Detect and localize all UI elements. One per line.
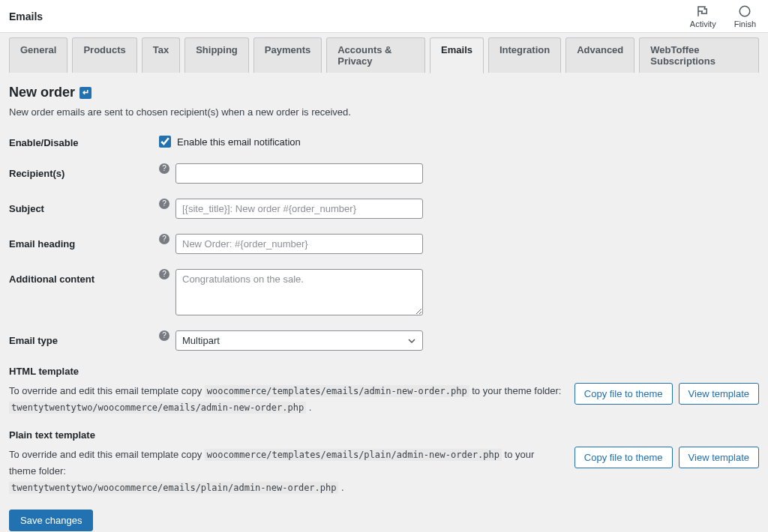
tab-integration[interactable]: Integration bbox=[488, 37, 561, 73]
text-part: . bbox=[306, 402, 311, 413]
label-email-type: Email type bbox=[9, 330, 159, 346]
row-enable: Enable/Disable Enable this email notific… bbox=[9, 136, 759, 148]
src-path-code: woocommerce/templates/emails/admin-new-o… bbox=[205, 385, 470, 397]
email-type-select[interactable]: Multipart bbox=[176, 330, 423, 351]
view-template-button[interactable]: View template bbox=[679, 383, 759, 405]
row-email-type: Email type ? Multipart bbox=[9, 330, 759, 351]
copy-file-button[interactable]: Copy file to theme bbox=[574, 383, 673, 405]
finish-label: Finish bbox=[734, 19, 756, 28]
label-additional-content: Additional content bbox=[9, 269, 159, 285]
label-recipients: Recipient(s) bbox=[9, 163, 159, 179]
svg-point-0 bbox=[740, 6, 751, 16]
text-part: To override and edit this email template… bbox=[9, 449, 205, 460]
src-path-code: woocommerce/templates/emails/plain/admin… bbox=[205, 449, 502, 461]
html-template-title: HTML template bbox=[9, 366, 759, 377]
tab-emails[interactable]: Emails bbox=[430, 37, 484, 73]
row-subject: Subject ? bbox=[9, 199, 759, 219]
tab-accounts-privacy[interactable]: Accounts & Privacy bbox=[326, 37, 425, 73]
html-template-row: To override and edit this email template… bbox=[9, 383, 759, 416]
tab-webtoffee[interactable]: WebToffee Subscriptions bbox=[639, 37, 759, 73]
enable-checkbox-label: Enable this email notification bbox=[177, 136, 301, 148]
settings-tabs: General Products Tax Shipping Payments A… bbox=[0, 33, 768, 73]
tab-general[interactable]: General bbox=[9, 37, 68, 73]
content: New order ↵ New order emails are sent to… bbox=[0, 73, 768, 532]
tab-payments[interactable]: Payments bbox=[254, 37, 322, 73]
html-template-actions: Copy file to theme View template bbox=[574, 383, 759, 405]
help-icon[interactable]: ? bbox=[159, 330, 170, 341]
text-part: To override and edit this email template… bbox=[9, 385, 205, 396]
copy-file-button[interactable]: Copy file to theme bbox=[574, 447, 673, 468]
label-subject: Subject bbox=[9, 199, 159, 214]
tab-advanced[interactable]: Advanced bbox=[566, 37, 634, 73]
section-description: New order emails are sent to chosen reci… bbox=[9, 106, 759, 118]
tab-shipping[interactable]: Shipping bbox=[184, 37, 249, 73]
additional-content-input[interactable] bbox=[176, 269, 423, 315]
label-email-heading: Email heading bbox=[9, 234, 159, 250]
text-part: . bbox=[338, 482, 344, 493]
activity-button[interactable]: Activity bbox=[690, 4, 716, 28]
tab-tax[interactable]: Tax bbox=[142, 37, 180, 73]
activity-label: Activity bbox=[690, 19, 716, 28]
help-icon[interactable]: ? bbox=[159, 163, 170, 174]
tab-products[interactable]: Products bbox=[72, 37, 136, 73]
label-enable: Enable/Disable bbox=[9, 136, 159, 148]
back-icon[interactable]: ↵ bbox=[80, 87, 92, 99]
row-recipients: Recipient(s) ? bbox=[9, 163, 759, 184]
section-heading: New order ↵ bbox=[9, 85, 759, 100]
topbar-actions: Activity Finish bbox=[690, 4, 756, 28]
row-email-heading: Email heading ? bbox=[9, 234, 759, 254]
help-icon[interactable]: ? bbox=[159, 234, 170, 244]
email-heading-input[interactable] bbox=[176, 234, 423, 254]
plain-template-row: To override and edit this email template… bbox=[9, 447, 759, 496]
row-additional-content: Additional content ? bbox=[9, 269, 759, 315]
enable-checkbox[interactable] bbox=[159, 136, 171, 148]
save-button[interactable]: Save changes bbox=[9, 510, 93, 531]
help-icon[interactable]: ? bbox=[159, 269, 170, 279]
plain-template-title: Plain text template bbox=[9, 429, 759, 441]
page-title: Emails bbox=[9, 10, 43, 22]
plain-template-actions: Copy file to theme View template bbox=[574, 447, 759, 468]
plain-template-text: To override and edit this email template… bbox=[9, 447, 562, 496]
finish-button[interactable]: Finish bbox=[734, 4, 756, 28]
flag-icon bbox=[696, 4, 710, 18]
dst-path-code: twentytwentytwo/woocommerce/emails/admin… bbox=[9, 402, 306, 414]
view-template-button[interactable]: View template bbox=[679, 447, 759, 468]
text-part: to your theme folder: bbox=[470, 385, 562, 396]
heading-text: New order bbox=[9, 85, 75, 100]
dst-path-code: twentytwentytwo/woocommerce/emails/plain… bbox=[9, 482, 338, 494]
save-wrap: Save changes bbox=[9, 510, 759, 531]
html-template-text: To override and edit this email template… bbox=[9, 383, 562, 416]
help-icon[interactable]: ? bbox=[159, 199, 170, 209]
topbar: Emails Activity Finish bbox=[0, 0, 768, 33]
subject-input[interactable] bbox=[176, 199, 423, 219]
recipients-input[interactable] bbox=[176, 163, 423, 184]
circle-icon bbox=[738, 4, 752, 18]
